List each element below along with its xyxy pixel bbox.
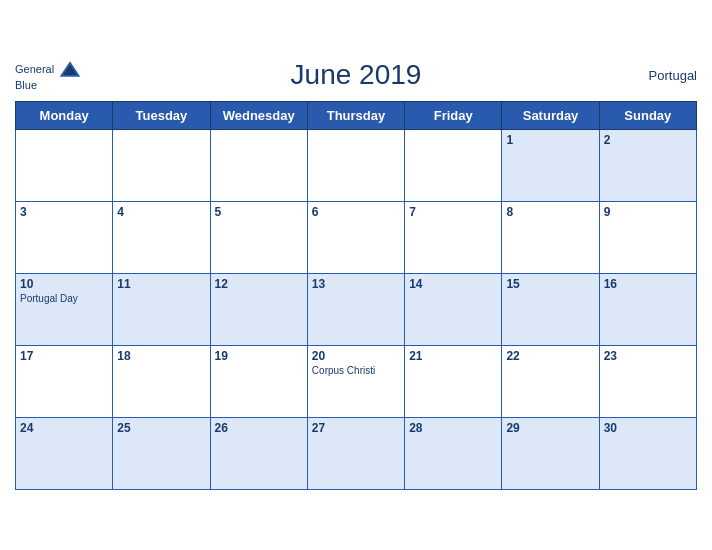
week-row-3: 17181920Corpus Christi212223 xyxy=(16,346,697,418)
weekday-friday: Friday xyxy=(405,102,502,130)
cell-0-3 xyxy=(307,130,404,202)
cell-1-6: 9 xyxy=(599,202,696,274)
logo-blue: Blue xyxy=(15,79,37,91)
cell-1-0: 3 xyxy=(16,202,113,274)
cell-3-1: 18 xyxy=(113,346,210,418)
day-number: 15 xyxy=(506,277,594,291)
day-number: 12 xyxy=(215,277,303,291)
cell-1-4: 7 xyxy=(405,202,502,274)
week-row-2: 10Portugal Day111213141516 xyxy=(16,274,697,346)
day-number: 5 xyxy=(215,205,303,219)
cell-2-6: 16 xyxy=(599,274,696,346)
cell-2-3: 13 xyxy=(307,274,404,346)
day-number: 27 xyxy=(312,421,400,435)
week-row-4: 24252627282930 xyxy=(16,418,697,490)
cell-2-5: 15 xyxy=(502,274,599,346)
calendar-thead: Monday Tuesday Wednesday Thursday Friday… xyxy=(16,102,697,130)
country-label: Portugal xyxy=(649,68,697,83)
cell-0-0 xyxy=(16,130,113,202)
day-number: 22 xyxy=(506,349,594,363)
day-number: 4 xyxy=(117,205,205,219)
day-number: 20 xyxy=(312,349,400,363)
cell-3-3: 20Corpus Christi xyxy=(307,346,404,418)
weekday-tuesday: Tuesday xyxy=(113,102,210,130)
day-event: Portugal Day xyxy=(20,293,108,304)
cell-3-6: 23 xyxy=(599,346,696,418)
week-row-1: 3456789 xyxy=(16,202,697,274)
day-number: 14 xyxy=(409,277,497,291)
week-row-0: 12 xyxy=(16,130,697,202)
calendar-title: June 2019 xyxy=(291,59,422,91)
logo-area: General Blue xyxy=(15,59,82,91)
cell-4-0: 24 xyxy=(16,418,113,490)
day-number: 16 xyxy=(604,277,692,291)
cell-1-5: 8 xyxy=(502,202,599,274)
cell-4-1: 25 xyxy=(113,418,210,490)
weekday-monday: Monday xyxy=(16,102,113,130)
logo-icon xyxy=(58,59,82,79)
logo-general: General xyxy=(15,63,54,75)
cell-0-2 xyxy=(210,130,307,202)
day-number: 10 xyxy=(20,277,108,291)
weekday-wednesday: Wednesday xyxy=(210,102,307,130)
cell-2-0: 10Portugal Day xyxy=(16,274,113,346)
cell-3-4: 21 xyxy=(405,346,502,418)
day-number: 3 xyxy=(20,205,108,219)
cell-2-2: 12 xyxy=(210,274,307,346)
day-number: 19 xyxy=(215,349,303,363)
calendar-table: Monday Tuesday Wednesday Thursday Friday… xyxy=(15,101,697,490)
day-number: 24 xyxy=(20,421,108,435)
day-number: 29 xyxy=(506,421,594,435)
day-event: Corpus Christi xyxy=(312,365,400,376)
cell-1-2: 5 xyxy=(210,202,307,274)
cell-0-4 xyxy=(405,130,502,202)
weekday-row: Monday Tuesday Wednesday Thursday Friday… xyxy=(16,102,697,130)
day-number: 18 xyxy=(117,349,205,363)
cell-4-5: 29 xyxy=(502,418,599,490)
day-number: 11 xyxy=(117,277,205,291)
cell-0-5: 1 xyxy=(502,130,599,202)
day-number: 9 xyxy=(604,205,692,219)
calendar-body: 12345678910Portugal Day11121314151617181… xyxy=(16,130,697,490)
day-number: 8 xyxy=(506,205,594,219)
day-number: 26 xyxy=(215,421,303,435)
day-number: 6 xyxy=(312,205,400,219)
day-number: 2 xyxy=(604,133,692,147)
day-number: 21 xyxy=(409,349,497,363)
day-number: 28 xyxy=(409,421,497,435)
day-number: 23 xyxy=(604,349,692,363)
cell-1-1: 4 xyxy=(113,202,210,274)
day-number: 7 xyxy=(409,205,497,219)
cell-2-4: 14 xyxy=(405,274,502,346)
cell-3-2: 19 xyxy=(210,346,307,418)
weekday-sunday: Sunday xyxy=(599,102,696,130)
day-number: 25 xyxy=(117,421,205,435)
cell-4-6: 30 xyxy=(599,418,696,490)
day-number: 13 xyxy=(312,277,400,291)
cell-3-5: 22 xyxy=(502,346,599,418)
cell-4-4: 28 xyxy=(405,418,502,490)
day-number: 17 xyxy=(20,349,108,363)
weekday-thursday: Thursday xyxy=(307,102,404,130)
day-number: 1 xyxy=(506,133,594,147)
calendar-container: General Blue June 2019 Portugal Monday T… xyxy=(0,45,712,505)
cell-2-1: 11 xyxy=(113,274,210,346)
cell-4-3: 27 xyxy=(307,418,404,490)
cell-4-2: 26 xyxy=(210,418,307,490)
cell-3-0: 17 xyxy=(16,346,113,418)
day-number: 30 xyxy=(604,421,692,435)
cell-0-6: 2 xyxy=(599,130,696,202)
weekday-saturday: Saturday xyxy=(502,102,599,130)
cell-1-3: 6 xyxy=(307,202,404,274)
cell-0-1 xyxy=(113,130,210,202)
calendar-header: General Blue June 2019 Portugal xyxy=(15,55,697,95)
